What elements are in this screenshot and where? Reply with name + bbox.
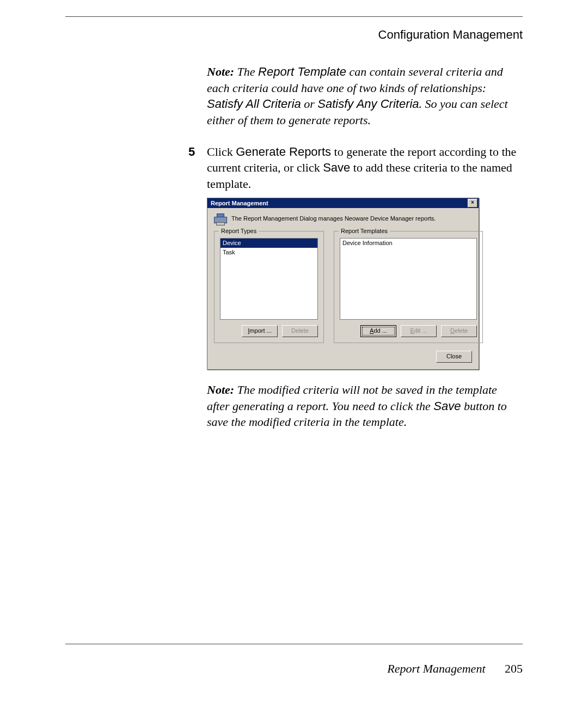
note-label: Note: <box>207 65 234 78</box>
ui-save: Save <box>323 161 350 174</box>
list-item[interactable]: Device Information <box>340 239 476 248</box>
types-button-row: Import ... Delete <box>220 325 318 337</box>
note-1-text-a: The <box>234 65 258 78</box>
footer-section: Report Management <box>387 662 485 675</box>
page: Configuration Management Note: The Repor… <box>0 0 588 714</box>
page-footer: Report Management 205 <box>387 662 523 676</box>
running-head: Configuration Management <box>65 28 523 42</box>
close-icon[interactable]: × <box>468 199 477 208</box>
note-1-text-c: or <box>301 97 318 111</box>
dialog-description: The Report Management Dialog manages Neo… <box>231 215 436 223</box>
rule-bottom <box>65 644 523 644</box>
note-1: Note: The Report Template can contain se… <box>207 64 517 129</box>
ui-generate-reports: Generate Reports <box>236 145 331 158</box>
groups-row: Report Types Device Task Import ... Dele… <box>214 231 472 343</box>
dialog-body: The Report Management Dialog manages Neo… <box>207 208 479 369</box>
add-button[interactable]: Add ... <box>360 325 396 337</box>
note-label: Note: <box>207 383 234 396</box>
printer-icon <box>214 213 226 224</box>
group-report-types: Report Types Device Task Import ... Dele… <box>214 231 324 343</box>
note-2: Note: The modified criteria will not be … <box>207 382 517 430</box>
list-item[interactable]: Task <box>220 248 317 257</box>
types-delete-button[interactable]: Delete <box>282 325 318 337</box>
dialog-footer: Close <box>214 351 472 363</box>
templates-button-row: Add ... Edit ... Delete <box>340 325 477 337</box>
close-button[interactable]: Close <box>436 351 472 363</box>
dialog-titlebar[interactable]: Report Management × <box>207 198 479 208</box>
legend-report-types: Report Types <box>219 227 259 235</box>
term-satisfy-all: Satisfy All Criteria <box>207 97 301 111</box>
ui-save-italic: Save <box>433 399 461 413</box>
step-number: 5 <box>188 144 195 160</box>
step-5: 5 Click Generate Reports to generate the… <box>207 144 517 192</box>
list-item[interactable]: Device <box>220 239 317 248</box>
report-templates-listbox[interactable]: Device Information <box>340 238 477 320</box>
rule-top <box>65 16 523 17</box>
group-report-templates: Report Templates Device Information Add … <box>334 231 483 343</box>
legend-report-templates: Report Templates <box>339 227 390 235</box>
step-5-text-a: Click <box>207 145 236 158</box>
term-report-template: Report Template <box>258 65 346 78</box>
body-column: Note: The Report Template can contain se… <box>207 64 517 430</box>
footer-page-number: 205 <box>505 662 523 675</box>
report-types-listbox[interactable]: Device Task <box>220 238 318 320</box>
dialog-title: Report Management <box>211 198 268 208</box>
term-satisfy-any: Satisfy Any Criteria <box>317 97 419 111</box>
edit-button[interactable]: Edit ... <box>401 325 437 337</box>
dialog-header: The Report Management Dialog manages Neo… <box>214 213 472 224</box>
templates-delete-button[interactable]: Delete <box>441 325 477 337</box>
import-button[interactable]: Import ... <box>242 325 278 337</box>
report-management-dialog: Report Management × The Report Managemen… <box>207 198 479 370</box>
